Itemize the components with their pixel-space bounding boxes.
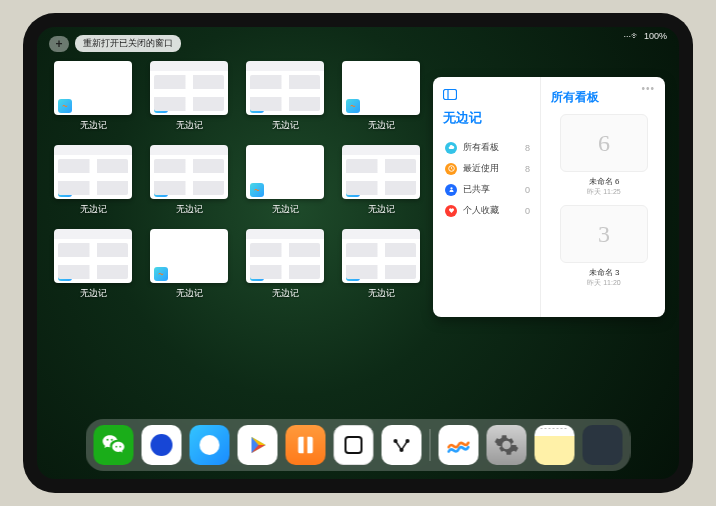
- sidebar-item-count: 8: [525, 164, 530, 174]
- top-controls: + 重新打开已关闭的窗口: [49, 35, 181, 52]
- content-area: 无边记无边记无边记无边记无边记无边记无边记无边记无边记无边记无边记无边记 •••…: [51, 61, 665, 415]
- sidebar-item-label: 最近使用: [463, 162, 499, 175]
- person-icon: [445, 184, 457, 196]
- window-preview: [150, 229, 228, 283]
- freeform-app-icon: [154, 267, 168, 281]
- battery-indicator: 100%: [644, 31, 667, 41]
- sidebar-toggle-icon[interactable]: [443, 89, 532, 103]
- sidebar-item-count: 0: [525, 185, 530, 195]
- app-label: 无边记: [176, 203, 203, 216]
- new-window-button[interactable]: +: [49, 36, 69, 52]
- app-window-thumbnail[interactable]: 无边记: [147, 145, 231, 223]
- sidebar-item-label: 个人收藏: [463, 204, 499, 217]
- app-window-thumbnail[interactable]: 无边记: [243, 145, 327, 223]
- dock-separator: [430, 429, 431, 461]
- screen: ···ᯤ 100% + 重新打开已关闭的窗口 无边记无边记无边记无边记无边记无边…: [37, 27, 679, 479]
- app-label: 无边记: [80, 203, 107, 216]
- app-label: 无边记: [368, 203, 395, 216]
- app-window-thumbnail[interactable]: 无边记: [339, 145, 423, 223]
- app-window-thumbnail[interactable]: 无边记: [339, 61, 423, 139]
- window-preview: [150, 145, 228, 199]
- freeform-app-icon: [58, 183, 72, 197]
- dock-app-books[interactable]: [286, 425, 326, 465]
- app-label: 无边记: [176, 119, 203, 132]
- freeform-app-icon: [346, 267, 360, 281]
- wifi-indicator: ···ᯤ: [623, 31, 640, 41]
- freeform-app-icon: [250, 267, 264, 281]
- window-preview: [342, 61, 420, 115]
- board-subtitle: 昨天 11:25: [551, 187, 657, 197]
- window-preview: [54, 145, 132, 199]
- dock-app-freeform[interactable]: [439, 425, 479, 465]
- window-preview: [246, 229, 324, 283]
- board-subtitle: 昨天 11:20: [551, 278, 657, 288]
- board-name: 未命名 3: [551, 267, 657, 278]
- board-item[interactable]: 3未命名 3昨天 11:20: [551, 205, 657, 288]
- app-label: 无边记: [80, 119, 107, 132]
- sidebar-item-heart[interactable]: 个人收藏0: [443, 200, 532, 221]
- freeform-app-icon: [58, 99, 72, 113]
- sidebar-item-count: 0: [525, 206, 530, 216]
- dock-app-settings[interactable]: [487, 425, 527, 465]
- board-item[interactable]: 6未命名 6昨天 11:25: [551, 114, 657, 197]
- panel-title: 无边记: [443, 109, 532, 127]
- sidebar-item-label: 已共享: [463, 183, 490, 196]
- freeform-app-icon: [250, 99, 264, 113]
- svg-point-3: [450, 187, 452, 189]
- svg-rect-0: [444, 90, 457, 100]
- panel-content: 所有看板 6未命名 6昨天 11:253未命名 3昨天 11:20: [541, 77, 665, 317]
- window-preview: [150, 61, 228, 115]
- app-label: 无边记: [272, 203, 299, 216]
- app-window-thumbnail[interactable]: 无边记: [147, 61, 231, 139]
- window-preview: [246, 145, 324, 199]
- app-window-thumbnail[interactable]: 无边记: [339, 229, 423, 307]
- dock-app-dots3[interactable]: [382, 425, 422, 465]
- sidebar-item-person[interactable]: 已共享0: [443, 179, 532, 200]
- app-label: 无边记: [368, 287, 395, 300]
- window-preview: [342, 145, 420, 199]
- app-label: 无边记: [80, 287, 107, 300]
- app-window-thumbnail[interactable]: 无边记: [147, 229, 231, 307]
- board-name: 未命名 6: [551, 176, 657, 187]
- window-preview: [246, 61, 324, 115]
- app-window-thumbnail[interactable]: 无边记: [51, 229, 135, 307]
- dock-app-dot2[interactable]: [190, 425, 230, 465]
- app-window-thumbnail[interactable]: 无边记: [243, 229, 327, 307]
- freeform-app-icon: [346, 183, 360, 197]
- dock: [86, 419, 631, 471]
- freeform-panel[interactable]: ••• 无边记 所有看板8最近使用8已共享0个人收藏0 所有看板 6未命名 6昨…: [433, 77, 665, 317]
- dock-app-notes[interactable]: [535, 425, 575, 465]
- sidebar-item-label: 所有看板: [463, 141, 499, 154]
- freeform-app-icon: [154, 183, 168, 197]
- dock-app-dot1[interactable]: [142, 425, 182, 465]
- app-label: 无边记: [176, 287, 203, 300]
- dock-app-square[interactable]: [334, 425, 374, 465]
- status-bar: ···ᯤ 100%: [623, 31, 667, 41]
- panel-sidebar: 无边记 所有看板8最近使用8已共享0个人收藏0: [433, 77, 541, 317]
- freeform-app-icon: [346, 99, 360, 113]
- app-switcher-grid: 无边记无边记无边记无边记无边记无边记无边记无边记无边记无边记无边记无边记: [51, 61, 423, 415]
- window-preview: [54, 229, 132, 283]
- more-icon[interactable]: •••: [641, 83, 655, 94]
- dock-app-play[interactable]: [238, 425, 278, 465]
- sidebar-item-count: 8: [525, 143, 530, 153]
- dock-app-wechat[interactable]: [94, 425, 134, 465]
- freeform-app-icon: [154, 99, 168, 113]
- sidebar-item-cloud[interactable]: 所有看板8: [443, 137, 532, 158]
- window-preview: [54, 61, 132, 115]
- app-window-thumbnail[interactable]: 无边记: [51, 61, 135, 139]
- app-window-thumbnail[interactable]: 无边记: [243, 61, 327, 139]
- window-preview: [342, 229, 420, 283]
- app-label: 无边记: [272, 119, 299, 132]
- board-preview: 6: [560, 114, 648, 172]
- dock-app-multi[interactable]: [583, 425, 623, 465]
- freeform-app-icon: [250, 183, 264, 197]
- reopen-closed-window-button[interactable]: 重新打开已关闭的窗口: [75, 35, 181, 52]
- cloud-icon: [445, 142, 457, 154]
- heart-icon: [445, 205, 457, 217]
- clock-icon: [445, 163, 457, 175]
- app-label: 无边记: [368, 119, 395, 132]
- sidebar-item-clock[interactable]: 最近使用8: [443, 158, 532, 179]
- app-window-thumbnail[interactable]: 无边记: [51, 145, 135, 223]
- app-label: 无边记: [272, 287, 299, 300]
